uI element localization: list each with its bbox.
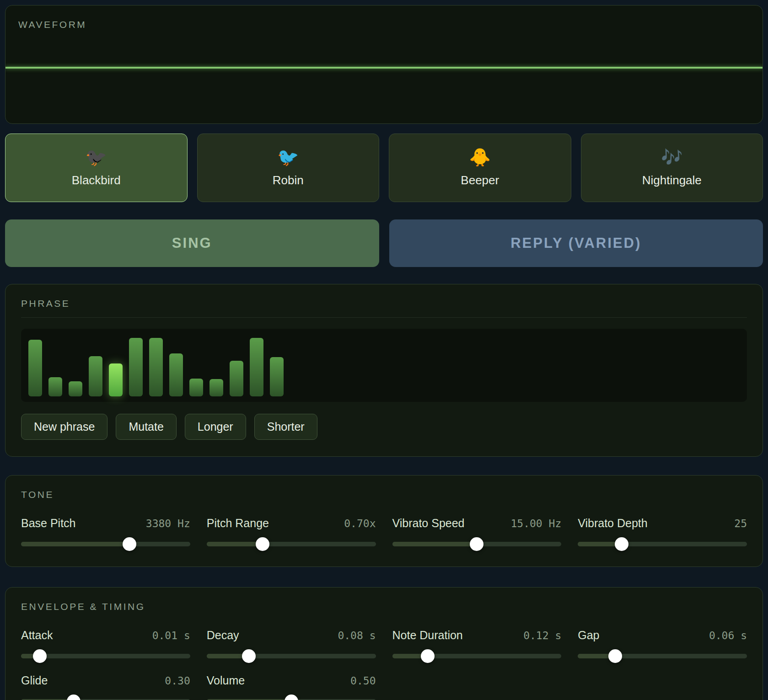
- envelope-panel: ENVELOPE & TIMING Attack0.01 sDecay0.08 …: [5, 587, 763, 700]
- gap-slider-thumb[interactable]: [608, 649, 622, 663]
- slider-head: Vibrato Depth25: [578, 517, 747, 530]
- slider-pitch-range: Pitch Range0.70x: [207, 517, 376, 546]
- sing-button[interactable]: SING: [5, 219, 379, 267]
- new-phrase-button[interactable]: New phrase: [21, 414, 107, 440]
- preset-nightingale-button[interactable]: 🎶Nightingale: [581, 134, 763, 202]
- vibrato-speed-slider-track[interactable]: [392, 542, 562, 546]
- preset-row: 🐦‍⬛Blackbird🐦Robin🐥Beeper🎶Nightingale: [5, 134, 763, 202]
- tone-title: TONE: [21, 489, 747, 500]
- slider-head: Decay0.08 s: [207, 629, 376, 642]
- phrase-panel: PHRASE New phraseMutateLongerShorter: [5, 284, 763, 457]
- phrase-bar-5-active: [109, 363, 123, 396]
- phrase-bar-3: [69, 381, 82, 396]
- note-duration-label: Note Duration: [392, 629, 463, 642]
- volume-slider-thumb[interactable]: [285, 695, 298, 700]
- preset-label: Robin: [273, 173, 304, 187]
- slider-head: Pitch Range0.70x: [207, 517, 376, 530]
- slider-head: Gap0.06 s: [578, 629, 747, 642]
- phrase-bar-12: [250, 338, 263, 396]
- phrase-bar-7: [149, 338, 163, 396]
- decay-label: Decay: [207, 629, 239, 642]
- decay-value: 0.08 s: [338, 630, 376, 641]
- preset-robin-button[interactable]: 🐦Robin: [197, 134, 380, 202]
- phrase-bar-9: [189, 379, 203, 396]
- phrase-bar-2: [48, 377, 62, 396]
- slider-vibrato-depth: Vibrato Depth25: [578, 517, 747, 546]
- slider-decay: Decay0.08 s: [207, 629, 376, 658]
- slider-volume: Volume0.50: [207, 674, 376, 700]
- note-duration-slider-thumb[interactable]: [421, 649, 435, 663]
- phrase-bars-visualizer: [21, 329, 747, 402]
- base-pitch-slider-track[interactable]: [21, 542, 190, 546]
- vibrato-speed-slider-thumb[interactable]: [470, 537, 483, 551]
- preset-beeper-button[interactable]: 🐥Beeper: [389, 134, 571, 202]
- slider-note-duration: Note Duration0.12 s: [392, 629, 562, 658]
- envelope-slider-grid: Attack0.01 sDecay0.08 sNote Duration0.12…: [21, 629, 747, 700]
- pitch-range-label: Pitch Range: [207, 517, 269, 530]
- shorter-button[interactable]: Shorter: [254, 414, 317, 440]
- base-pitch-value: 3380 Hz: [146, 518, 190, 529]
- attack-label: Attack: [21, 629, 53, 642]
- phrase-bar-6: [129, 338, 143, 396]
- slider-gap: Gap0.06 s: [578, 629, 747, 658]
- envelope-title: ENVELOPE & TIMING: [21, 601, 747, 612]
- preset-label: Beeper: [461, 173, 499, 187]
- note-duration-value: 0.12 s: [523, 630, 561, 641]
- decay-slider-track[interactable]: [207, 654, 376, 658]
- attack-value: 0.01 s: [152, 630, 190, 641]
- vibrato-depth-slider-thumb[interactable]: [615, 537, 628, 551]
- mutate-button[interactable]: Mutate: [116, 414, 176, 440]
- slider-head: Vibrato Speed15.00 Hz: [392, 517, 562, 530]
- slider-fill: [392, 542, 477, 546]
- phrase-bar-4: [89, 356, 102, 396]
- decay-slider-thumb[interactable]: [242, 649, 256, 663]
- slider-head: Note Duration0.12 s: [392, 629, 562, 642]
- attack-slider-thumb[interactable]: [33, 649, 47, 663]
- longer-button[interactable]: Longer: [185, 414, 246, 440]
- phrase-bar-13: [270, 357, 284, 396]
- slider-head: Attack0.01 s: [21, 629, 190, 642]
- phrase-bar-10: [209, 379, 223, 396]
- base-pitch-label: Base Pitch: [21, 517, 76, 530]
- note-duration-slider-track[interactable]: [392, 654, 562, 658]
- waveform-flat-line: [5, 67, 763, 69]
- vibrato-depth-label: Vibrato Depth: [578, 517, 647, 530]
- pitch-range-slider-track[interactable]: [207, 542, 376, 546]
- waveform-title: WAVEFORM: [18, 19, 86, 30]
- musical-notes-emoji-icon: 🎶: [661, 149, 682, 166]
- slider-fill: [207, 542, 263, 546]
- preset-blackbird-button[interactable]: 🐦‍⬛Blackbird: [5, 134, 188, 202]
- glide-slider-thumb[interactable]: [67, 695, 81, 700]
- gap-slider-track[interactable]: [578, 654, 747, 658]
- slider-base-pitch: Base Pitch3380 Hz: [21, 517, 190, 546]
- action-row: SING REPLY (VARIED): [5, 219, 763, 267]
- vibrato-speed-label: Vibrato Speed: [392, 517, 465, 530]
- base-pitch-slider-thumb[interactable]: [123, 537, 136, 551]
- phrase-bar-8: [169, 353, 183, 396]
- robin-bird-emoji-icon: 🐦: [277, 149, 299, 166]
- vibrato-depth-slider-track[interactable]: [578, 542, 747, 546]
- reply-varied-button[interactable]: REPLY (VARIED): [389, 219, 763, 267]
- phrase-title: PHRASE: [21, 298, 747, 318]
- glide-value: 0.30: [165, 675, 190, 687]
- tone-panel: TONE Base Pitch3380 HzPitch Range0.70xVi…: [5, 475, 763, 567]
- pitch-range-value: 0.70x: [344, 518, 376, 529]
- slider-head: Glide0.30: [21, 674, 190, 687]
- tone-slider-grid: Base Pitch3380 HzPitch Range0.70xVibrato…: [21, 517, 747, 546]
- slider-attack: Attack0.01 s: [21, 629, 190, 658]
- slider-head: Base Pitch3380 Hz: [21, 517, 190, 530]
- phrase-button-row: New phraseMutateLongerShorter: [21, 414, 747, 440]
- slider-head: Volume0.50: [207, 674, 376, 687]
- volume-label: Volume: [207, 674, 245, 687]
- gap-value: 0.06 s: [709, 630, 747, 641]
- slider-glide: Glide0.30: [21, 674, 190, 700]
- gap-label: Gap: [578, 629, 599, 642]
- attack-slider-track[interactable]: [21, 654, 190, 658]
- glide-label: Glide: [21, 674, 48, 687]
- phrase-bar-1: [28, 340, 42, 396]
- waveform-panel: WAVEFORM: [5, 5, 763, 124]
- pitch-range-slider-thumb[interactable]: [256, 537, 269, 551]
- slider-vibrato-speed: Vibrato Speed15.00 Hz: [392, 517, 562, 546]
- vibrato-speed-value: 15.00 Hz: [510, 518, 561, 529]
- phrase-bar-11: [230, 361, 243, 396]
